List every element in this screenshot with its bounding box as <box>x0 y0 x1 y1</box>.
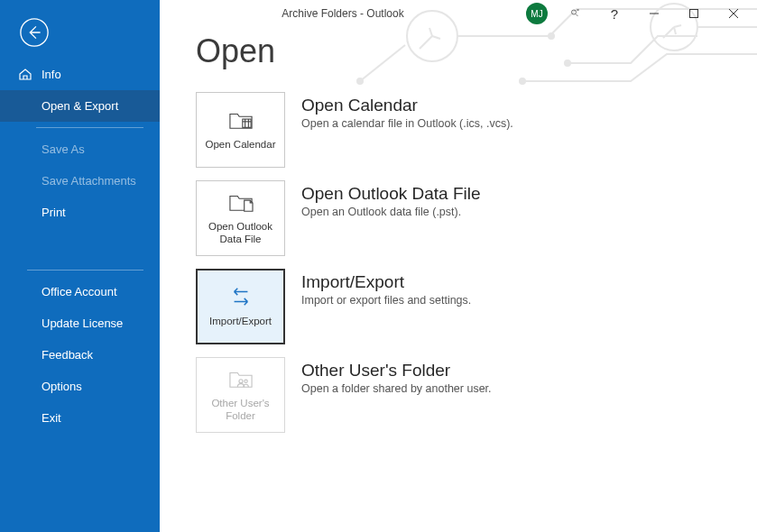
folder-file-icon <box>227 190 254 217</box>
nav-options[interactable]: Options <box>0 371 160 402</box>
tile-description: Open a calendar file in Outlook (.ics, .… <box>301 117 513 130</box>
folder-user-icon <box>227 367 254 394</box>
close-button[interactable] <box>714 1 753 26</box>
nav-label: Options <box>42 380 82 393</box>
nav-office-account[interactable]: Office Account <box>0 276 160 307</box>
svg-rect-12 <box>242 119 250 127</box>
tile-title: Import/Export <box>301 272 471 292</box>
svg-point-11 <box>357 78 363 84</box>
nav-label: Open & Export <box>42 99 118 113</box>
tile-row-other-user-folder: Other User's Folder Other User's Folder … <box>196 357 721 433</box>
back-button[interactable] <box>18 16 51 49</box>
tile-row-import-export: Import/Export Import/Export Import or ex… <box>196 269 721 344</box>
separator <box>36 127 143 128</box>
tile-row-open-data-file: Open Outlook Data File Open Outlook Data… <box>196 180 721 256</box>
tile-title: Open Outlook Data File <box>301 184 481 204</box>
calendar-folder-icon <box>227 108 254 135</box>
nav-feedback[interactable]: Feedback <box>0 339 160 371</box>
import-export-button[interactable]: Import/Export <box>196 269 285 344</box>
other-users-folder-button: Other User's Folder <box>196 357 285 433</box>
coming-soon-icon[interactable] <box>555 1 595 26</box>
tile-label: Other User's Folder <box>200 398 281 423</box>
nav-update-license[interactable]: Update License <box>0 307 160 339</box>
nav-save-attachments: Save Attachments <box>0 165 160 197</box>
nav-label: Info <box>42 68 61 81</box>
minimize-button[interactable] <box>634 1 674 26</box>
maximize-button[interactable] <box>674 1 714 26</box>
nav-exit[interactable]: Exit <box>0 402 160 434</box>
svg-point-0 <box>572 10 577 14</box>
nav-info[interactable]: Info <box>0 58 160 90</box>
nav-label: Save As <box>42 142 85 156</box>
svg-rect-2 <box>690 10 698 18</box>
svg-point-17 <box>244 380 246 382</box>
nav-save-as: Save As <box>0 133 160 165</box>
separator <box>27 270 143 271</box>
nav-open-export[interactable]: Open & Export <box>0 90 160 122</box>
home-icon <box>18 67 32 81</box>
user-avatar[interactable]: MJ <box>526 3 548 24</box>
window-title: Archive Folders - Outlook <box>160 7 526 20</box>
main-content: Open Open Calendar Open Calendar Open a … <box>160 0 757 532</box>
tile-title: Open Calendar <box>301 96 513 115</box>
tile-label: Open Outlook Data File <box>200 221 281 246</box>
tile-row-open-calendar: Open Calendar Open Calendar Open a calen… <box>196 92 721 168</box>
tile-title: Other User's Folder <box>301 361 492 381</box>
tile-description: Import or export files and settings. <box>301 294 471 307</box>
nav-label: Update License <box>42 316 123 330</box>
page-title: Open <box>196 32 721 70</box>
nav-print[interactable]: Print <box>0 197 160 228</box>
open-calendar-button[interactable]: Open Calendar <box>196 92 285 168</box>
tile-description: Open a folder shared by another user. <box>301 382 492 395</box>
svg-point-10 <box>520 78 525 84</box>
tile-description: Open an Outlook data file (.pst). <box>301 206 481 218</box>
nav-label: Feedback <box>42 348 93 362</box>
open-outlook-data-file-button[interactable]: Open Outlook Data File <box>196 180 285 256</box>
backstage-sidebar: Info Open & Export Save As Save Attachme… <box>0 0 160 532</box>
svg-point-16 <box>238 380 242 383</box>
nav-label: Print <box>42 206 66 219</box>
nav-label: Exit <box>42 411 61 425</box>
import-export-icon <box>227 285 254 312</box>
nav-label: Save Attachments <box>42 174 136 188</box>
nav-label: Office Account <box>42 285 117 298</box>
help-button[interactable]: ? <box>595 1 634 26</box>
tile-label: Open Calendar <box>206 139 276 151</box>
title-bar: Archive Folders - Outlook MJ ? <box>160 0 757 27</box>
tile-label: Import/Export <box>209 316 272 328</box>
